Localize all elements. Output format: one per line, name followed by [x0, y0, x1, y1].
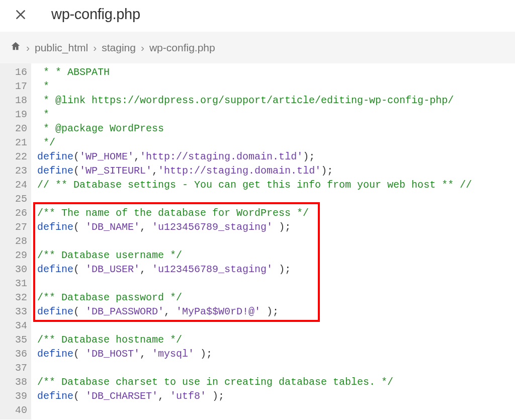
code-line[interactable]: // ** Database settings - You can get th… [37, 178, 511, 192]
code-line[interactable]: define( 'DB_USER', 'u123456789_staging' … [37, 263, 511, 277]
breadcrumb-item[interactable]: wp-config.php [149, 42, 215, 54]
line-number: 39 [5, 389, 27, 403]
chevron-right-icon: › [26, 42, 30, 54]
code-editor[interactable]: 1617181920212223242526272829303132333435… [0, 63, 515, 419]
code-line[interactable]: * @link https://wordpress.org/support/ar… [37, 94, 511, 108]
line-number: 36 [5, 347, 27, 361]
line-number: 16 [5, 65, 27, 79]
editor-header: wp-config.php [0, 0, 515, 32]
code-line[interactable]: /** Database password */ [37, 291, 511, 305]
line-number: 23 [5, 164, 27, 178]
line-number: 22 [5, 150, 27, 164]
line-number: 34 [5, 319, 27, 333]
code-line[interactable]: * @package WordPress [37, 122, 511, 136]
home-icon[interactable] [10, 41, 21, 54]
close-icon [14, 8, 27, 21]
line-number: 26 [5, 206, 27, 220]
close-button[interactable] [14, 8, 27, 21]
breadcrumb-item[interactable]: public_html [35, 42, 88, 54]
line-number: 28 [5, 234, 27, 248]
code-line[interactable] [37, 234, 511, 248]
line-number: 29 [5, 248, 27, 263]
line-number: 35 [5, 333, 27, 347]
code-line[interactable]: /** Database charset to use in creating … [37, 375, 511, 389]
line-number: 25 [5, 192, 27, 206]
line-number: 24 [5, 178, 27, 192]
code-line[interactable]: /** Database username */ [37, 248, 511, 263]
code-line[interactable]: define( 'DB_NAME', 'u123456789_staging' … [37, 220, 511, 234]
code-line[interactable]: * [37, 108, 511, 122]
code-line[interactable] [37, 277, 511, 291]
code-line[interactable]: define('WP_SITEURL','http://staging.doma… [37, 164, 511, 178]
chevron-right-icon: › [141, 42, 144, 54]
line-number: 38 [5, 375, 27, 389]
code-line[interactable]: /** The name of the database for WordPre… [37, 206, 511, 220]
code-line[interactable]: define( 'DB_HOST', 'mysql' ); [37, 347, 511, 361]
breadcrumb: › public_html › staging › wp-config.php [0, 32, 515, 63]
code-line[interactable] [37, 192, 511, 206]
code-line[interactable]: * * ABSPATH [37, 65, 511, 79]
code-line[interactable] [37, 319, 511, 333]
line-number: 30 [5, 263, 27, 277]
line-number: 32 [5, 291, 27, 305]
code-line[interactable] [37, 361, 511, 375]
code-line[interactable]: */ [37, 136, 511, 150]
line-number: 33 [5, 305, 27, 319]
code-line[interactable]: define('WP_HOME','http://staging.domain.… [37, 150, 511, 164]
line-number: 37 [5, 361, 27, 375]
line-number: 20 [5, 122, 27, 136]
line-gutter: 1617181920212223242526272829303132333435… [0, 63, 31, 419]
code-area[interactable]: * * ABSPATH * * @link https://wordpress.… [31, 63, 515, 419]
line-number: 18 [5, 94, 27, 108]
line-number: 40 [5, 403, 27, 417]
code-line[interactable]: * [37, 79, 511, 94]
breadcrumb-item[interactable]: staging [102, 42, 136, 54]
chevron-right-icon: › [93, 42, 97, 54]
code-line[interactable]: /** Database hostname */ [37, 333, 511, 347]
file-title: wp-config.php [51, 6, 140, 23]
code-line[interactable]: define( 'DB_PASSWORD', 'MyPa$$W0rD!@' ); [37, 305, 511, 319]
line-number: 27 [5, 220, 27, 234]
code-line[interactable]: define( 'DB_CHARSET', 'utf8' ); [37, 389, 511, 403]
line-number: 31 [5, 277, 27, 291]
code-line[interactable] [37, 403, 511, 417]
line-number: 21 [5, 136, 27, 150]
line-number: 19 [5, 108, 27, 122]
line-number: 17 [5, 79, 27, 94]
